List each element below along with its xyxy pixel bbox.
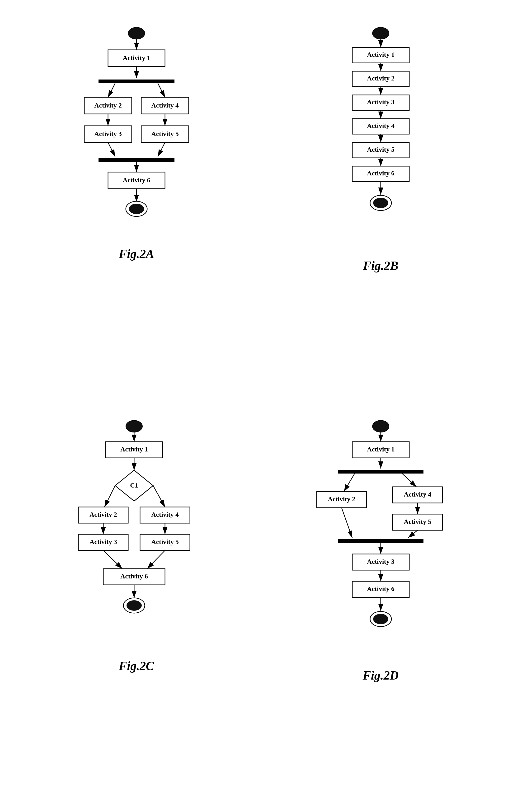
svg-text:Activity 5: Activity 5	[151, 130, 179, 138]
svg-line-8	[158, 83, 165, 97]
fig2c-label: Fig.2C	[119, 659, 154, 673]
svg-text:Activity 6: Activity 6	[367, 585, 395, 592]
svg-text:C1: C1	[130, 482, 138, 489]
svg-point-29	[372, 27, 389, 39]
svg-line-86	[402, 473, 417, 487]
diagram-2c: Activity 1 C1 Activity 2 Activity 4 Acti…	[19, 407, 254, 798]
svg-text:Activity 4: Activity 4	[151, 511, 179, 518]
svg-line-20	[158, 142, 165, 157]
svg-text:Activity 1: Activity 1	[120, 445, 148, 453]
diagram-2a: Activity 1 Activity 2 Activity 4 Activit…	[19, 14, 254, 388]
svg-text:Activity 5: Activity 5	[404, 518, 431, 525]
svg-line-95	[408, 530, 418, 538]
svg-text:Activity 6: Activity 6	[120, 573, 148, 580]
svg-rect-84	[338, 470, 424, 473]
fig2d-label: Fig.2D	[363, 668, 399, 683]
svg-text:Activity 6: Activity 6	[367, 170, 395, 177]
svg-rect-96	[338, 539, 424, 543]
svg-line-60	[153, 486, 165, 507]
svg-point-77	[126, 600, 142, 611]
svg-text:Activity 2: Activity 2	[328, 495, 355, 503]
svg-text:Activity 4: Activity 4	[151, 102, 179, 109]
svg-text:Activity 4: Activity 4	[367, 122, 395, 129]
svg-text:Activity 2: Activity 2	[89, 511, 117, 518]
svg-text:Activity 1: Activity 1	[367, 445, 395, 453]
svg-point-105	[373, 614, 389, 624]
svg-text:Activity 2: Activity 2	[367, 75, 395, 82]
svg-text:Activity 3: Activity 3	[89, 538, 117, 546]
svg-text:Activity 3: Activity 3	[367, 98, 395, 106]
svg-line-59	[105, 486, 115, 507]
svg-text:Activity 3: Activity 3	[367, 558, 395, 565]
svg-text:Activity 2: Activity 2	[94, 102, 122, 109]
svg-line-72	[147, 550, 165, 569]
svg-point-27	[129, 204, 144, 214]
svg-line-94	[342, 508, 352, 538]
svg-line-85	[344, 473, 355, 492]
svg-text:Activity 5: Activity 5	[367, 146, 395, 153]
svg-text:Activity 4: Activity 4	[404, 491, 431, 498]
svg-line-71	[103, 550, 122, 569]
svg-text:Activity 1: Activity 1	[367, 51, 395, 58]
svg-point-1	[128, 27, 145, 39]
diagram-2d: Activity 1 Activity 4 Activity 2 Activit…	[263, 407, 498, 798]
svg-line-7	[108, 83, 115, 97]
svg-line-19	[108, 142, 115, 157]
svg-text:Activity 6: Activity 6	[123, 176, 150, 184]
page: Activity 1 Activity 2 Activity 4 Activit…	[0, 0, 517, 812]
fig2b-label: Fig.2B	[363, 259, 398, 273]
svg-point-52	[126, 420, 142, 432]
svg-text:Activity 3: Activity 3	[94, 130, 122, 138]
svg-point-50	[373, 198, 389, 208]
svg-text:Activity 1: Activity 1	[123, 54, 150, 61]
svg-text:Activity 5: Activity 5	[151, 538, 179, 546]
fig2a-label: Fig.2A	[119, 247, 154, 261]
diagram-2b: Activity 1 Activity 2 Activity 3 Activit…	[263, 14, 498, 388]
svg-rect-6	[98, 80, 174, 83]
svg-point-79	[372, 420, 389, 432]
svg-rect-21	[98, 158, 174, 162]
